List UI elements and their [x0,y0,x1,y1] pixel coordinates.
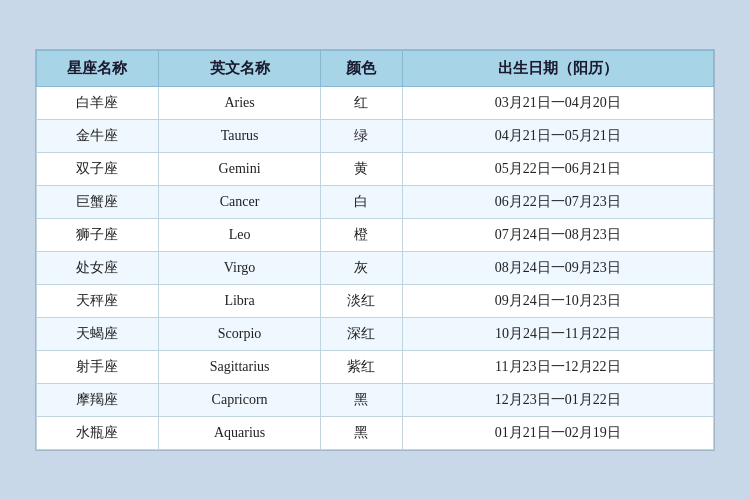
cell-color: 紫红 [321,351,402,384]
cell-cn-name: 水瓶座 [37,417,159,450]
zodiac-table: 星座名称 英文名称 颜色 出生日期（阳历） 白羊座Aries红03月21日一04… [36,50,714,450]
cell-cn-name: 金牛座 [37,120,159,153]
table-row: 巨蟹座Cancer白06月22日一07月23日 [37,186,714,219]
cell-cn-name: 天秤座 [37,285,159,318]
cell-color: 橙 [321,219,402,252]
cell-en-name: Taurus [158,120,320,153]
table-row: 处女座Virgo灰08月24日一09月23日 [37,252,714,285]
cell-color: 灰 [321,252,402,285]
cell-en-name: Scorpio [158,318,320,351]
cell-color: 白 [321,186,402,219]
table-header-row: 星座名称 英文名称 颜色 出生日期（阳历） [37,51,714,87]
header-color: 颜色 [321,51,402,87]
cell-cn-name: 处女座 [37,252,159,285]
cell-color: 黄 [321,153,402,186]
cell-date: 03月21日一04月20日 [402,87,713,120]
cell-cn-name: 双子座 [37,153,159,186]
cell-date: 09月24日一10月23日 [402,285,713,318]
table-row: 天蝎座Scorpio深红10月24日一11月22日 [37,318,714,351]
cell-cn-name: 巨蟹座 [37,186,159,219]
table-row: 天秤座Libra淡红09月24日一10月23日 [37,285,714,318]
cell-en-name: Virgo [158,252,320,285]
header-cn-name: 星座名称 [37,51,159,87]
cell-color: 淡红 [321,285,402,318]
cell-date: 05月22日一06月21日 [402,153,713,186]
cell-date: 12月23日一01月22日 [402,384,713,417]
cell-cn-name: 摩羯座 [37,384,159,417]
cell-color: 红 [321,87,402,120]
cell-color: 深红 [321,318,402,351]
cell-en-name: Capricorn [158,384,320,417]
cell-date: 06月22日一07月23日 [402,186,713,219]
cell-en-name: Libra [158,285,320,318]
table-row: 双子座Gemini黄05月22日一06月21日 [37,153,714,186]
table-row: 摩羯座Capricorn黑12月23日一01月22日 [37,384,714,417]
cell-date: 08月24日一09月23日 [402,252,713,285]
cell-date: 07月24日一08月23日 [402,219,713,252]
cell-en-name: Aries [158,87,320,120]
cell-cn-name: 天蝎座 [37,318,159,351]
cell-en-name: Aquarius [158,417,320,450]
table-row: 水瓶座Aquarius黑01月21日一02月19日 [37,417,714,450]
cell-en-name: Gemini [158,153,320,186]
cell-date: 04月21日一05月21日 [402,120,713,153]
cell-color: 绿 [321,120,402,153]
zodiac-table-container: 星座名称 英文名称 颜色 出生日期（阳历） 白羊座Aries红03月21日一04… [35,49,715,451]
table-row: 射手座Sagittarius紫红11月23日一12月22日 [37,351,714,384]
cell-cn-name: 白羊座 [37,87,159,120]
table-row: 狮子座Leo橙07月24日一08月23日 [37,219,714,252]
header-en-name: 英文名称 [158,51,320,87]
cell-en-name: Leo [158,219,320,252]
table-row: 白羊座Aries红03月21日一04月20日 [37,87,714,120]
cell-cn-name: 射手座 [37,351,159,384]
cell-color: 黑 [321,384,402,417]
cell-color: 黑 [321,417,402,450]
header-date: 出生日期（阳历） [402,51,713,87]
table-row: 金牛座Taurus绿04月21日一05月21日 [37,120,714,153]
cell-date: 01月21日一02月19日 [402,417,713,450]
cell-en-name: Cancer [158,186,320,219]
cell-date: 11月23日一12月22日 [402,351,713,384]
cell-cn-name: 狮子座 [37,219,159,252]
cell-date: 10月24日一11月22日 [402,318,713,351]
cell-en-name: Sagittarius [158,351,320,384]
